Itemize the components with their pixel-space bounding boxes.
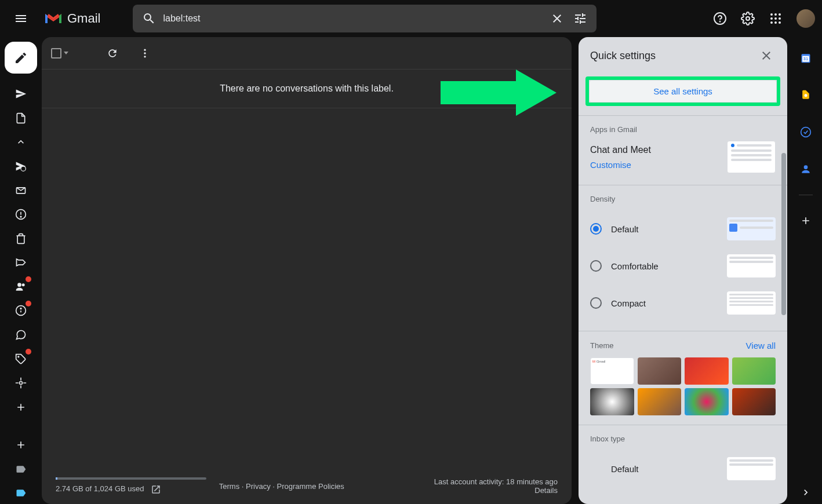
theme-section-title: Theme xyxy=(590,341,613,350)
inbox-default-option[interactable]: Default xyxy=(590,450,776,480)
terms-link[interactable]: Terms xyxy=(219,482,239,491)
nav-manage-labels[interactable] xyxy=(12,374,30,392)
checkbox-icon xyxy=(51,48,61,59)
label-filled-icon xyxy=(15,463,27,475)
density-compact-option[interactable]: Compact xyxy=(590,284,776,322)
open-in-new-button[interactable] xyxy=(151,484,161,495)
nav-drafts[interactable] xyxy=(12,109,30,127)
theme-thumbnail[interactable] xyxy=(732,357,776,385)
nav-create-label[interactable] xyxy=(12,398,30,417)
theme-thumbnail[interactable] xyxy=(685,357,729,385)
radio-icon xyxy=(590,260,602,272)
svg-point-2 xyxy=(746,17,750,20)
svg-point-31 xyxy=(801,127,811,137)
support-button[interactable] xyxy=(708,7,732,30)
gear-icon xyxy=(15,377,27,389)
theme-thumbnail[interactable] xyxy=(732,388,776,415)
theme-thumbnail[interactable] xyxy=(638,388,682,415)
activity-text: Last account activity: 18 minutes ago xyxy=(434,477,558,486)
svg-point-9 xyxy=(770,21,773,24)
refresh-button[interactable] xyxy=(101,42,124,65)
nav-scheduled[interactable] xyxy=(12,157,30,176)
tag-icon xyxy=(15,353,27,365)
search-button[interactable] xyxy=(137,7,161,30)
nav-less[interactable] xyxy=(12,133,30,151)
clear-search-button[interactable] xyxy=(545,7,569,30)
nav-categories[interactable] xyxy=(12,253,30,272)
density-default-option[interactable]: Default xyxy=(590,210,776,247)
nav-updates[interactable] xyxy=(12,302,30,320)
close-quick-settings-button[interactable] xyxy=(757,46,776,65)
chevron-right-icon xyxy=(800,487,812,498)
see-all-settings-button[interactable]: See all settings xyxy=(589,80,777,103)
theme-thumbnail[interactable] xyxy=(590,388,634,415)
people-icon xyxy=(15,281,27,293)
nav-forums[interactable] xyxy=(12,326,30,344)
plus-icon xyxy=(800,215,812,227)
theme-thumbnail[interactable] xyxy=(638,357,682,385)
search-options-button[interactable] xyxy=(569,7,592,30)
details-link[interactable]: Details xyxy=(434,486,558,495)
compose-button[interactable] xyxy=(5,42,37,74)
main-menu-button[interactable] xyxy=(7,5,35,32)
theme-thumbnail[interactable]: M Gmail xyxy=(590,357,634,385)
tune-icon xyxy=(573,12,587,25)
schedule-send-icon xyxy=(15,160,27,172)
nav-new-label[interactable] xyxy=(12,436,30,454)
forum-icon xyxy=(15,329,27,341)
privacy-link[interactable]: Privacy xyxy=(246,482,271,491)
inbox-preview xyxy=(727,457,776,480)
nav-label-item[interactable] xyxy=(12,460,30,479)
refresh-icon xyxy=(107,48,118,59)
nav-social[interactable] xyxy=(12,277,30,296)
search-input[interactable] xyxy=(161,13,545,24)
svg-point-22 xyxy=(18,356,19,357)
side-panel-toggle[interactable] xyxy=(794,481,817,504)
svg-point-26 xyxy=(144,56,146,57)
view-all-themes-link[interactable]: View all xyxy=(746,341,776,350)
file-icon xyxy=(15,112,27,124)
select-all-checkbox[interactable] xyxy=(51,48,68,59)
svg-point-6 xyxy=(770,17,773,20)
add-app-button[interactable] xyxy=(794,209,817,232)
nav-trash[interactable] xyxy=(12,229,30,248)
customise-link[interactable]: Customise xyxy=(590,160,651,170)
account-avatar[interactable] xyxy=(796,9,815,28)
svg-point-7 xyxy=(774,17,777,20)
apps-grid-icon xyxy=(769,12,783,25)
scrollbar[interactable] xyxy=(781,153,786,315)
storage-text: 2.74 GB of 1,024 GB used xyxy=(56,484,144,493)
radio-selected-icon xyxy=(590,223,602,235)
contacts-app-button[interactable] xyxy=(794,158,817,181)
person-icon xyxy=(800,163,812,175)
keep-app-button[interactable] xyxy=(794,83,817,107)
badge-icon xyxy=(26,301,31,306)
search-bar xyxy=(133,5,597,32)
see-all-highlight: See all settings xyxy=(585,76,780,106)
svg-point-24 xyxy=(144,49,146,50)
nav-all-mail[interactable] xyxy=(12,181,30,200)
svg-point-8 xyxy=(779,17,781,20)
calendar-app-button[interactable]: 31 xyxy=(794,46,817,70)
gmail-logo[interactable]: Gmail xyxy=(39,11,105,26)
policies-link[interactable]: Programme Policies xyxy=(277,482,344,491)
settings-button[interactable] xyxy=(736,7,759,30)
nav-label-item-2[interactable] xyxy=(12,484,30,503)
svg-point-17 xyxy=(17,283,21,287)
plus-icon xyxy=(15,401,27,413)
gear-icon xyxy=(741,12,755,25)
nav-sent[interactable] xyxy=(12,85,30,103)
badge-icon xyxy=(26,349,31,355)
density-comfortable-option[interactable]: Comfortable xyxy=(590,247,776,284)
apps-button[interactable] xyxy=(764,7,787,30)
more-vert-icon xyxy=(139,48,151,59)
svg-point-16 xyxy=(20,216,21,217)
theme-thumbnail[interactable] xyxy=(685,388,729,415)
more-button[interactable] xyxy=(133,42,157,65)
gmail-icon xyxy=(44,12,63,25)
nav-promotions[interactable] xyxy=(12,350,30,368)
nav-spam[interactable] xyxy=(12,205,30,224)
svg-point-32 xyxy=(804,165,808,169)
plus-icon xyxy=(15,439,27,451)
tasks-app-button[interactable] xyxy=(794,120,817,144)
